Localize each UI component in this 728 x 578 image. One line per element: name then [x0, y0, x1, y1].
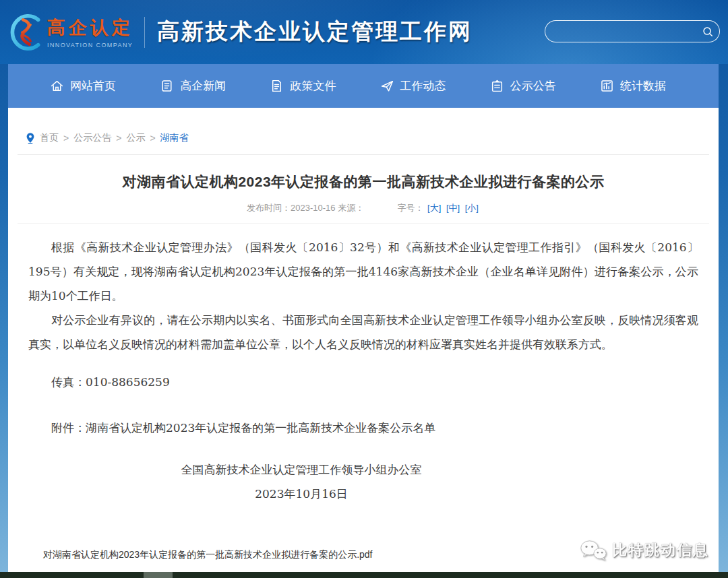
nav-item-news[interactable]: 高企新闻 [160, 78, 226, 94]
site-header: 高企认定 INNOVATION COMPANY 高新技术企业认定管理工作网 [0, 0, 728, 64]
home-icon [50, 79, 64, 93]
breadcrumb-separator: > [63, 133, 69, 143]
fontsize-small-button[interactable]: [小] [465, 203, 479, 213]
breadcrumb-announcements[interactable]: 公示公告 [73, 132, 111, 144]
announcement-icon [490, 79, 504, 93]
logo-arc-icon [7, 12, 44, 53]
search-input[interactable] [545, 21, 696, 42]
source-label: 来源： [338, 203, 364, 213]
breadcrumb-divider [18, 154, 709, 155]
attachment-line[interactable]: 附件：湖南省认定机构2023年认定报备的第一批高新技术企业备案公示名单 [28, 416, 698, 440]
site-logo[interactable]: 高企认定 INNOVATION COMPANY [7, 12, 133, 53]
meta-divider [18, 223, 709, 224]
content-card: 首页 > 公示公告 > 公示 > 湖南省 对湖南省认定机构2023年认定报备的第… [8, 108, 719, 572]
signature-office: 全国高新技术企业认定管理工作领导小组办公室 [28, 457, 574, 482]
signature-date: 2023年10月16日 [28, 482, 574, 506]
article-meta: 发布时间：2023-10-16 来源： 字号： [大] [中] [小] [8, 202, 719, 214]
site-title: 高新技术企业认定管理工作网 [157, 17, 473, 47]
paper-plane-icon [380, 79, 394, 93]
breadcrumb-separator: > [150, 133, 155, 143]
fax-line: 传真：010-88656259 [28, 370, 698, 394]
breadcrumb-publicity[interactable]: 公示 [126, 132, 145, 144]
wechat-icon [580, 539, 607, 562]
fontsize-medium-button[interactable]: [中] [446, 203, 460, 213]
nav-item-home[interactable]: 网站首页 [50, 78, 116, 94]
article-title: 对湖南省认定机构2023年认定报备的第一批高新技术企业拟进行备案的公示 [8, 172, 719, 191]
nav-label: 政策文件 [290, 78, 336, 94]
search-button[interactable] [696, 21, 719, 42]
watermark-text: 比特跳动信息 [612, 540, 709, 560]
fontsize-large-button[interactable]: [大] [427, 203, 441, 213]
location-pin-icon [26, 133, 35, 144]
fontsize-label: 字号： [397, 203, 423, 213]
policy-doc-icon [270, 79, 284, 93]
nav-item-policy[interactable]: 政策文件 [270, 78, 336, 94]
header-divider [144, 17, 145, 48]
paragraph-2: 对公示企业有异议的，请在公示期内以实名、书面形式向全国高新技术企业认定管理工作领… [28, 308, 698, 356]
nav-item-statistics[interactable]: 统计数据 [600, 78, 666, 94]
nav-label: 工作动态 [400, 78, 446, 94]
breadcrumb: 首页 > 公示公告 > 公示 > 湖南省 [8, 108, 719, 144]
breadcrumb-current-hunan[interactable]: 湖南省 [160, 132, 189, 144]
logo-text: 高企认定 [47, 15, 133, 40]
chart-icon [600, 79, 614, 93]
nav-label: 高企新闻 [180, 78, 226, 94]
scrollbar-thumb[interactable] [144, 572, 173, 578]
publish-time-label: 发布时间： [247, 203, 291, 213]
publish-date: 2023-10-16 [291, 203, 336, 213]
watermark: 比特跳动信息 [580, 539, 709, 562]
article-body: 根据《高新技术企业认定管理办法》（国科发火〔2016〕32号）和《高新技术企业认… [8, 235, 719, 506]
search-box[interactable] [545, 20, 720, 42]
nav-label: 网站首页 [70, 78, 116, 94]
nav-item-updates[interactable]: 工作动态 [380, 78, 446, 94]
pdf-attachment-link[interactable]: 对湖南省认定机构2023年认定报备的第一批高新技术企业拟进行备案的公示.pdf [43, 549, 373, 561]
news-icon [160, 79, 174, 93]
main-nav: 网站首页 高企新闻 政策文件 工作动态 公示公告 [8, 64, 719, 108]
breadcrumb-home[interactable]: 首页 [40, 132, 59, 144]
signature-block: 全国高新技术企业认定管理工作领导小组办公室 2023年10月16日 [28, 457, 574, 506]
nav-label: 统计数据 [620, 78, 666, 94]
breadcrumb-separator: > [116, 133, 121, 143]
logo-subtext: INNOVATION COMPANY [47, 42, 133, 49]
nav-label: 公示公告 [510, 78, 556, 94]
horizontal-scrollbar[interactable] [0, 572, 728, 578]
search-icon [702, 26, 714, 38]
nav-item-announcements[interactable]: 公示公告 [490, 78, 556, 94]
paragraph-1: 根据《高新技术企业认定管理办法》（国科发火〔2016〕32号）和《高新技术企业认… [28, 235, 698, 308]
